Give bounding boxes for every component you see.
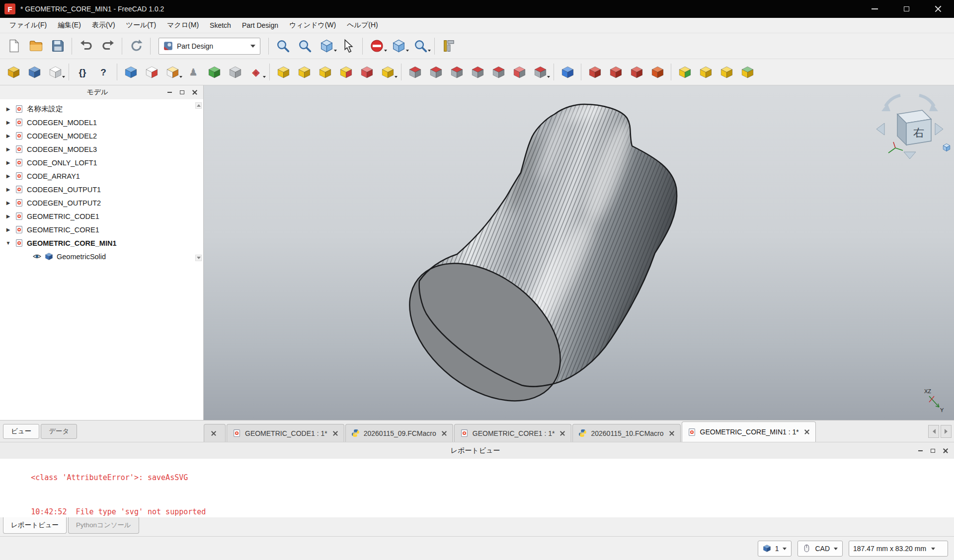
close-button[interactable]	[922, 0, 954, 18]
document-tab-geometric-core-min1[interactable]: GEOMETRIC_CORE_MIN1 : 1*	[682, 421, 816, 442]
tab-close-button[interactable]	[559, 430, 565, 436]
selection-view-button[interactable]	[409, 36, 431, 57]
tree-item-codegen-model1[interactable]: ▶ CODEGEN_MODEL1	[0, 116, 203, 129]
tab-report-view[interactable]: レポートビュー	[3, 517, 67, 534]
navcube-face-label[interactable]: 右	[913, 127, 924, 139]
tree-item-geometric-core-min1[interactable]: ▼ GEOMETRIC_CORE_MIN1	[0, 236, 203, 250]
additive-loft-button[interactable]	[315, 61, 335, 83]
expand-arrow-icon[interactable]: ▶	[5, 173, 11, 179]
expand-arrow-icon[interactable]: ▶	[5, 213, 11, 219]
expand-arrow-icon[interactable]: ▶	[5, 146, 11, 152]
measure-button[interactable]	[438, 36, 460, 57]
additive-helix-button[interactable]	[356, 61, 377, 83]
thickness-button[interactable]	[647, 61, 668, 83]
tree-item-geometric-code1[interactable]: ▶ GEOMETRIC_CODE1	[0, 210, 203, 223]
draft-button[interactable]	[626, 61, 647, 83]
create-group-button[interactable]	[24, 61, 45, 83]
tree-item-codegen-model3[interactable]: ▶ CODEGEN_MODEL3	[0, 142, 203, 156]
create-sketch-button[interactable]	[141, 61, 162, 83]
tree-item-geometric-core1[interactable]: ▶ GEOMETRIC_CORE1	[0, 223, 203, 236]
expand-arrow-icon[interactable]: ▶	[5, 187, 11, 192]
box-selection-button[interactable]	[337, 36, 359, 57]
expression-button[interactable]: {}	[72, 61, 93, 83]
create-datum-button[interactable]: ◈	[245, 61, 266, 83]
visibility-eye-icon[interactable]	[33, 252, 41, 261]
expand-arrow-icon[interactable]: ▶	[5, 120, 11, 125]
edit-sketch-button[interactable]	[162, 61, 183, 83]
restore-button[interactable]	[890, 0, 922, 18]
decimal-scale-selector[interactable]: 1	[758, 541, 792, 557]
sketch-tools-button[interactable]	[225, 61, 245, 83]
tree-item-code-only-loft1[interactable]: ▶ CODE_ONLY_LOFT1	[0, 156, 203, 169]
map-sketch-button[interactable]: ♟	[183, 61, 204, 83]
subtractive-helix-button[interactable]	[509, 61, 530, 83]
boolean-button[interactable]	[557, 61, 578, 83]
tree-item-code-array1[interactable]: ▶ CODE_ARRAY1	[0, 169, 203, 183]
menu-macro[interactable]: マクロ(M)	[161, 18, 204, 32]
tree-scrollbar[interactable]	[195, 102, 202, 261]
validate-sketch-button[interactable]	[204, 61, 225, 83]
visibility-button[interactable]	[388, 36, 409, 57]
3d-viewport[interactable]: 右 XZ Y	[204, 85, 954, 420]
whats-this-button[interactable]: ?	[93, 61, 114, 83]
revolution-button[interactable]	[294, 61, 315, 83]
tab-close-button[interactable]	[669, 430, 675, 436]
menu-part-design[interactable]: Part Design	[237, 19, 284, 32]
open-file-button[interactable]	[25, 36, 47, 57]
workbench-selector[interactable]: Part Design	[159, 38, 260, 55]
tree-item-codegen-output2[interactable]: ▶ CODEGEN_OUTPUT2	[0, 196, 203, 210]
tab-close-button[interactable]	[332, 430, 338, 436]
additive-primitive-button[interactable]	[377, 61, 398, 83]
viewport-dimensions-box[interactable]: 187.47 mm x 83.20 mm	[849, 541, 948, 557]
navigation-style-selector[interactable]: CAD	[797, 541, 843, 557]
panel-tab-view[interactable]: ビュー	[3, 424, 39, 439]
mirrored-button[interactable]	[674, 61, 695, 83]
new-file-button[interactable]	[3, 36, 25, 57]
panel-tab-data[interactable]: データ	[41, 424, 77, 439]
document-tab-geometric-code1[interactable]: GEOMETRIC_CODE1 : 1*	[227, 424, 344, 442]
multitransform-button[interactable]	[737, 61, 758, 83]
create-body-button[interactable]	[120, 61, 141, 83]
menu-window[interactable]: ウィンドウ(W)	[284, 18, 341, 32]
document-tab-macro-09[interactable]: 20260115_09.FCMacro	[345, 424, 453, 442]
groove-button[interactable]	[446, 61, 467, 83]
panel-float-button[interactable]	[177, 88, 187, 97]
scroll-down-button[interactable]	[195, 255, 202, 261]
tree-item-geometric-solid[interactable]: GeometricSolid	[0, 250, 203, 263]
scroll-tabs-left-button[interactable]	[928, 425, 939, 438]
report-close-button[interactable]	[941, 446, 950, 455]
tab-close-button[interactable]	[441, 430, 447, 436]
document-tab-clipped[interactable]	[204, 424, 226, 442]
linear-pattern-button[interactable]	[695, 61, 716, 83]
tree-item-untitled[interactable]: ▶ 名称未設定	[0, 102, 203, 116]
expand-arrow-icon[interactable]: ▶	[5, 133, 11, 139]
subtractive-loft-button[interactable]	[467, 61, 488, 83]
scroll-tabs-right-button[interactable]	[941, 425, 952, 438]
draw-style-button[interactable]	[366, 36, 388, 57]
tab-python-console[interactable]: Pythonコンソール	[68, 517, 139, 534]
menu-view[interactable]: 表示(V)	[86, 18, 121, 32]
fit-all-button[interactable]	[272, 36, 294, 57]
navcube-mini-cube-icon[interactable]	[942, 143, 951, 152]
tab-close-button[interactable]	[211, 430, 217, 436]
tab-close-button[interactable]	[804, 429, 810, 435]
panel-minimize-button[interactable]	[165, 88, 174, 97]
document-tab-macro-10[interactable]: 20260115_10.FCMacro	[572, 424, 680, 442]
undo-button[interactable]	[75, 36, 97, 57]
report-minimize-button[interactable]	[916, 446, 925, 455]
expand-arrow-icon[interactable]: ▶	[5, 160, 11, 165]
hole-button[interactable]	[425, 61, 446, 83]
expand-arrow-icon[interactable]: ▼	[5, 240, 11, 246]
document-tab-geometric-core1[interactable]: GEOMETRIC_CORE1 : 1*	[454, 424, 572, 442]
isometric-view-button[interactable]	[316, 36, 337, 57]
menu-file[interactable]: ファイル(F)	[4, 18, 52, 32]
polar-pattern-button[interactable]	[716, 61, 737, 83]
menu-help[interactable]: ヘルプ(H)	[341, 18, 383, 32]
tree-item-codegen-output1[interactable]: ▶ CODEGEN_OUTPUT1	[0, 183, 203, 196]
subtractive-pipe-button[interactable]	[488, 61, 509, 83]
panel-close-button[interactable]	[190, 88, 199, 97]
menu-sketch[interactable]: Sketch	[204, 19, 237, 32]
navigation-cube[interactable]: 右	[873, 88, 947, 163]
minimize-button[interactable]	[859, 0, 890, 18]
expand-arrow-icon[interactable]: ▶	[5, 200, 11, 206]
